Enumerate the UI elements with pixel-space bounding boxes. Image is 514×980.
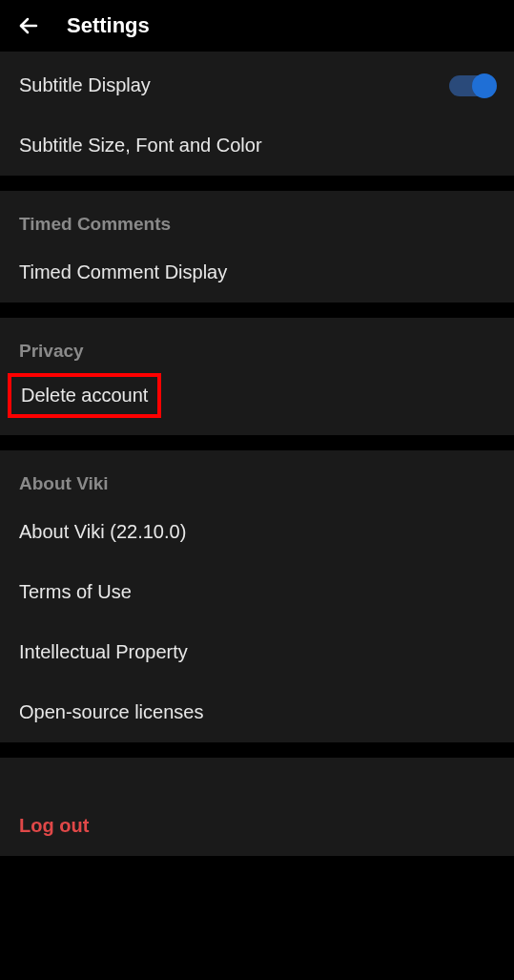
terms-row[interactable]: Terms of Use (0, 562, 514, 622)
privacy-header: Privacy (0, 318, 514, 369)
delete-account-label[interactable]: Delete account (21, 385, 148, 406)
about-section: About Viki About Viki (22.10.0) Terms of… (0, 450, 514, 742)
app-header: Settings (0, 0, 514, 52)
timed-comments-section: Timed Comments Timed Comment Display (0, 191, 514, 302)
subtitle-size-label: Subtitle Size, Font and Color (19, 135, 262, 156)
terms-label: Terms of Use (19, 581, 132, 603)
about-header: About Viki (0, 450, 514, 502)
back-arrow-icon[interactable] (17, 14, 40, 37)
logout-label: Log out (19, 815, 89, 837)
subtitle-display-toggle[interactable] (449, 75, 495, 96)
toggle-knob (472, 73, 497, 98)
subtitle-display-row[interactable]: Subtitle Display (0, 55, 514, 115)
subtitle-display-label: Subtitle Display (19, 74, 151, 96)
about-viki-label: About Viki (22.10.0) (19, 521, 186, 543)
ip-row[interactable]: Intellectual Property (0, 622, 514, 682)
licenses-row[interactable]: Open-source licenses (0, 682, 514, 742)
licenses-label: Open-source licenses (19, 701, 203, 723)
logout-section: Log out (0, 758, 514, 856)
page-title: Settings (67, 13, 150, 38)
subtitle-size-row[interactable]: Subtitle Size, Font and Color (0, 115, 514, 176)
privacy-section: Privacy Delete account (0, 318, 514, 435)
about-viki-row[interactable]: About Viki (22.10.0) (0, 502, 514, 562)
timed-comments-header: Timed Comments (0, 191, 514, 242)
timed-comment-display-label: Timed Comment Display (19, 261, 227, 283)
logout-row[interactable]: Log out (0, 796, 514, 856)
ip-label: Intellectual Property (19, 641, 188, 663)
subtitle-section: Subtitle Display Subtitle Size, Font and… (0, 52, 514, 176)
delete-account-highlight: Delete account (8, 373, 161, 418)
timed-comment-display-row[interactable]: Timed Comment Display (0, 242, 514, 302)
